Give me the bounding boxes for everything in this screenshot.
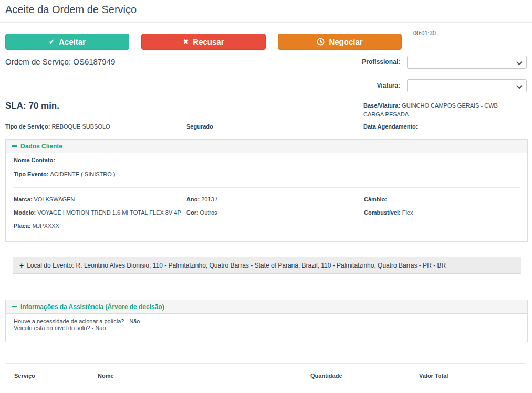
informacoes-assistencia-panel-header[interactable]: Informações da Assistência (Árvore de de…	[6, 300, 527, 314]
collapse-minus-icon	[12, 145, 17, 147]
decision-answer-line: Veiculo está no nível do solo? - Não	[14, 325, 140, 332]
modelo-value: VOYAGE I MOTION TREND 1.6 MI TOTAL FLEX …	[37, 209, 181, 216]
tipo-servico-label: Tipo de Serviço:	[5, 123, 50, 130]
marca-field: Marca:VOLKSWAGEN	[14, 196, 75, 203]
cross-icon: ✖	[183, 38, 189, 45]
nome-contato-label: Nome Contato:	[14, 157, 55, 163]
countdown-timer: 00:01:30	[413, 30, 436, 36]
cor-field: Cor:Outros	[186, 209, 217, 216]
viatura-select-wrap	[407, 79, 527, 92]
viatura-label: Viatura:	[321, 82, 400, 89]
col-header-quantidade: Quantidade	[302, 364, 411, 385]
cambio-label: Câmbio:	[364, 196, 387, 203]
placa-value: MJPXXXX	[32, 222, 59, 229]
tipo-evento-value: ACIDENTE ( SINISTRO )	[50, 171, 115, 177]
col-header-valor-total: Valor Total	[411, 364, 526, 385]
base-viatura-field: Base/Viatura:GUINCHO CAMPOS GERAIS - CWB…	[363, 101, 505, 119]
ano-value: 2013 /	[201, 196, 217, 203]
placa-label: Placa:	[14, 222, 30, 229]
informacoes-assistencia-panel-title: Informações da Assistência (Árvore de de…	[20, 303, 164, 311]
local-evento-value: R. Leontino Alves Dionisio, 110 - Palmit…	[76, 262, 446, 269]
local-evento-label: Local do Evento:	[27, 262, 74, 269]
check-icon: ✔	[49, 38, 55, 45]
tipo-evento-label: Tipo Evento:	[14, 171, 48, 177]
order-number-line: Ordem de Serviço: OS6187949	[5, 57, 115, 66]
clock-icon	[317, 38, 325, 46]
refuse-button-label: Recusar	[193, 37, 224, 46]
collapse-minus-icon	[12, 306, 17, 307]
modelo-field: Modelo:VOYAGE I MOTION TREND 1.6 MI TOTA…	[14, 209, 181, 216]
local-evento-accordion[interactable]: + Local do Evento: R. Leontino Alves Dio…	[13, 257, 521, 274]
sla-heading: SLA: 70 min.	[5, 101, 59, 111]
negotiate-button[interactable]: Negociar	[278, 34, 402, 50]
expand-plus-icon: +	[19, 261, 24, 270]
inner-divider	[14, 187, 520, 188]
cell-valor-total: 130.8	[411, 385, 526, 393]
marca-value: VOLKSWAGEN	[34, 196, 75, 203]
cor-label: Cor:	[186, 209, 199, 216]
title-divider	[0, 22, 532, 23]
tipo-servico-value: REBOQUE SUBSOLO	[51, 123, 110, 130]
cor-value: Outros	[200, 209, 217, 216]
nome-contato-field: Nome Contato:	[14, 157, 57, 163]
profissional-label: Profissional:	[321, 58, 400, 66]
dados-cliente-panel-title: Dados Cliente	[20, 143, 62, 150]
ano-field: Ano:2013 /	[186, 196, 217, 203]
informacoes-assistencia-panel: Informações da Assistência (Árvore de de…	[5, 300, 528, 342]
order-number-label: Ordem de Serviço:	[5, 57, 71, 66]
tipo-evento-field: Tipo Evento:ACIDENTE ( SINISTRO )	[14, 171, 115, 177]
profissional-select-wrap	[407, 56, 527, 69]
decision-answer-line: Houve a necessidade de acionar a polícia…	[14, 318, 140, 325]
marca-label: Marca:	[14, 196, 32, 203]
base-viatura-label: Base/Viatura:	[363, 102, 400, 109]
cell-nome: REBOQUE SUBSOLO	[90, 385, 302, 393]
services-table: Serviço Nome Quantidade Valor Total 37 R…	[6, 364, 526, 393]
cell-servico: 37	[6, 385, 90, 393]
data-agendamento-label: Data Agendamento:	[363, 123, 418, 130]
profissional-select[interactable]	[407, 56, 527, 69]
cell-quantidade: 1	[302, 385, 411, 393]
services-table-container: Serviço Nome Quantidade Valor Total 37 R…	[6, 363, 526, 393]
data-agendamento-field: Data Agendamento:	[363, 123, 418, 130]
page-title: Aceite da Ordem de Serviço	[5, 4, 137, 16]
tipo-servico-field: Tipo de Serviço:REBOQUE SUBSOLO	[5, 123, 110, 130]
accept-button-label: Aceitar	[59, 37, 86, 46]
placa-field: Placa:MJPXXXX	[14, 222, 59, 229]
accept-button[interactable]: ✔ Aceitar	[5, 34, 129, 50]
combustivel-field: Combustível:Flex	[364, 209, 413, 216]
refuse-button[interactable]: ✖ Recusar	[141, 34, 266, 50]
ano-label: Ano:	[186, 196, 200, 203]
col-header-servico: Serviço	[6, 364, 90, 385]
col-header-nome: Nome	[90, 364, 302, 385]
combustivel-label: Combustível:	[364, 209, 401, 216]
aceite-ordem-servico-page: Aceite da Ordem de Serviço ✔ Aceitar ✖ R…	[0, 0, 532, 393]
segurado-label: Segurado	[186, 123, 213, 130]
cambio-field: Câmbio:	[364, 196, 389, 203]
table-row: 37 REBOQUE SUBSOLO 1 130.8	[6, 385, 526, 393]
viatura-select[interactable]	[407, 79, 527, 92]
combustivel-value: Flex	[402, 209, 413, 216]
dados-cliente-panel-header[interactable]: Dados Cliente	[6, 140, 527, 153]
negotiate-button-label: Negociar	[329, 37, 362, 46]
order-number-value: OS6187949	[73, 57, 115, 66]
services-table-header-row: Serviço Nome Quantidade Valor Total	[6, 364, 526, 385]
section-divider	[0, 350, 532, 350]
decision-tree-answers: Houve a necessidade de acionar a polícia…	[14, 318, 140, 332]
dados-cliente-panel: Dados Cliente Nome Contato: Tipo Evento:…	[5, 139, 528, 242]
modelo-label: Modelo:	[14, 209, 36, 216]
